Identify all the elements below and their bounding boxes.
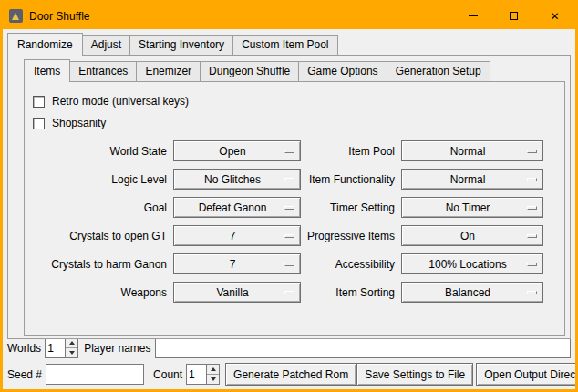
bottom-controls: Worlds Player names Seed # Count [7,336,571,386]
crystals-harm-ganon-value: 7 [230,258,245,271]
crystals-open-gt-value: 7 [230,230,245,242]
world-state-label: World State [32,140,169,161]
goal-label: Goal [32,197,169,218]
arrow-up-icon [211,367,216,371]
dropdown-indicator-icon [527,150,537,153]
item-pool-value: Normal [450,145,495,158]
maximize-button[interactable] [493,3,534,29]
count-input[interactable] [187,365,206,384]
timer-setting-dropdown[interactable]: No Timer [401,197,543,218]
crystals-harm-ganon-label: Crystals to harm Ganon [32,253,169,274]
logic-level-label: Logic Level [32,169,169,190]
options-grid: World State Open Item Pool Normal Logic … [32,140,557,303]
dropdown-indicator-icon [527,178,537,181]
count-label: Count [153,368,182,381]
item-functionality-dropdown[interactable]: Normal [401,169,543,190]
dropdown-indicator-icon [527,206,537,210]
shopsanity-label: Shopsanity [52,117,106,129]
generate-patched-rom-button[interactable]: Generate Patched Rom [225,363,356,386]
logic-level-value: No Glitches [204,173,270,186]
tab-dungeon-shuffle[interactable]: Dungeon Shuffle [200,61,299,81]
tab-adjust[interactable]: Adjust [82,35,130,55]
progressive-items-value: On [460,230,484,242]
accessibility-value: 100% Locations [428,258,515,271]
dropdown-indicator-icon [284,263,294,266]
tab-items[interactable]: Items [24,59,70,82]
save-settings-button[interactable]: Save Settings to File [356,363,473,386]
progressive-items-dropdown[interactable]: On [401,225,543,246]
outer-tab-row: Randomize Adjust Starting Inventory Cust… [7,32,571,55]
shopsanity-row[interactable]: Shopsanity [33,113,557,133]
tab-generation-setup[interactable]: Generation Setup [387,61,490,81]
goal-dropdown[interactable]: Defeat Ganon [173,197,301,218]
outer-notebook: Randomize Adjust Starting Inventory Cust… [7,32,571,339]
item-functionality-label: Item Functionality [305,169,397,190]
item-sorting-dropdown[interactable]: Balanced [401,282,543,303]
count-stepper [186,364,220,385]
world-state-value: Open [219,145,254,158]
arrow-up-icon [69,341,75,345]
tab-custom-item-pool[interactable]: Custom Item Pool [232,35,337,55]
player-names-label: Player names [84,342,150,355]
tab-entrances[interactable]: Entrances [69,61,137,81]
arrow-down-icon [211,377,216,381]
accessibility-dropdown[interactable]: 100% Locations [401,253,543,274]
window-controls: ✕ [452,3,575,29]
worlds-row: Worlds Player names [7,336,571,359]
weapons-label: Weapons [32,282,169,303]
worlds-increment-button[interactable] [66,338,77,347]
inner-tab-row: Items Entrances Enemizer Dungeon Shuffle… [24,58,565,81]
dropdown-indicator-icon [284,178,294,181]
accessibility-label: Accessibility [305,253,397,274]
weapons-dropdown[interactable]: Vanilla [173,282,301,303]
seed-row: Seed # Count Generate Patched Rom Save S… [7,363,571,386]
tab-starting-inventory[interactable]: Starting Inventory [129,35,233,55]
weapons-value: Vanilla [216,286,257,299]
dropdown-indicator-icon [284,291,294,294]
dropdown-indicator-icon [527,291,537,294]
close-icon: ✕ [550,11,559,22]
randomize-panel: Items Entrances Enemizer Dungeon Shuffle… [7,55,571,339]
crystals-open-gt-dropdown[interactable]: 7 [173,225,301,246]
dropdown-indicator-icon [284,150,294,153]
tab-game-options[interactable]: Game Options [298,61,387,81]
open-output-directory-button[interactable]: Open Output Directory [476,363,578,386]
item-functionality-value: Normal [450,173,495,186]
titlebar[interactable]: Door Shuffle ✕ [3,3,575,29]
window-title: Door Shuffle [29,10,90,23]
count-increment-button[interactable] [207,365,219,374]
close-button[interactable]: ✕ [534,3,575,29]
dropdown-indicator-icon [284,234,294,238]
crystals-harm-ganon-dropdown[interactable]: 7 [173,253,301,274]
dropdown-indicator-icon [284,206,294,210]
retro-mode-row[interactable]: Retro mode (universal keys) [33,91,557,111]
app-icon [9,9,23,23]
items-panel: Retro mode (universal keys) Shopsanity W… [24,81,565,336]
timer-setting-label: Timer Setting [305,197,397,218]
tab-enemizer[interactable]: Enemizer [136,61,201,81]
shopsanity-checkbox[interactable] [33,118,45,129]
item-sorting-value: Balanced [445,286,500,299]
dropdown-indicator-icon [527,234,537,238]
retro-mode-checkbox[interactable] [33,96,45,108]
item-pool-dropdown[interactable]: Normal [401,140,543,161]
minimize-icon [469,15,478,16]
item-pool-label: Item Pool [305,140,397,161]
worlds-label: Worlds [7,342,41,355]
minimize-button[interactable] [452,3,493,29]
tab-randomize[interactable]: Randomize [7,33,83,56]
count-decrement-button[interactable] [207,374,219,384]
worlds-input[interactable] [46,338,65,357]
world-state-dropdown[interactable]: Open [173,140,301,161]
seed-input[interactable] [46,364,144,385]
crystals-open-gt-label: Crystals to open GT [32,225,169,246]
maximize-icon [510,12,518,20]
count-arrows [206,365,219,384]
timer-setting-value: No Timer [446,201,500,214]
worlds-decrement-button[interactable] [66,347,77,357]
retro-mode-label: Retro mode (universal keys) [52,95,189,108]
dropdown-indicator-icon [527,263,537,266]
item-sorting-label: Item Sorting [305,282,397,303]
logic-level-dropdown[interactable]: No Glitches [173,169,301,190]
player-names-input[interactable] [155,337,572,358]
